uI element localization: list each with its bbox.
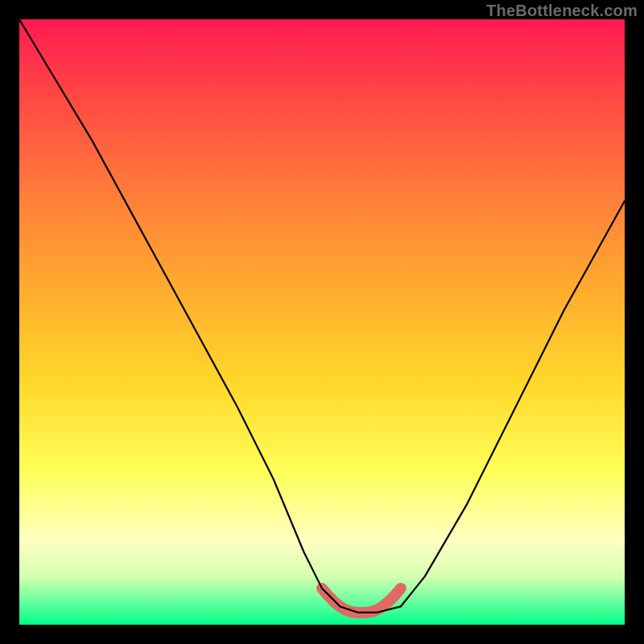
chart-frame: TheBottleneck.com [0,0,644,644]
chart-svg [19,19,625,625]
bottleneck-curve [19,19,625,613]
gradient-plot-area [19,19,625,625]
watermark-text: TheBottleneck.com [486,2,638,20]
